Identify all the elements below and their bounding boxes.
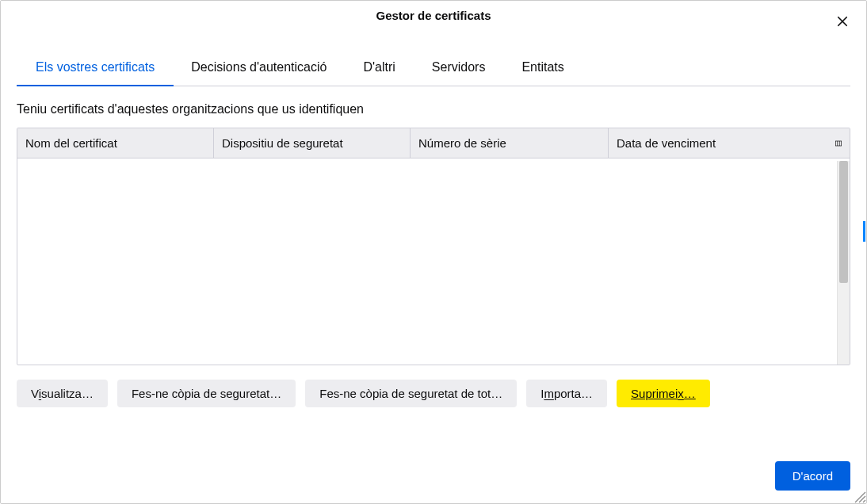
tab-authentication-decisions[interactable]: Decisions d'autenticació <box>191 52 327 86</box>
column-picker-button[interactable] <box>827 128 850 158</box>
tab-your-certificates[interactable]: Els vostres certificats <box>36 52 155 86</box>
certificates-table: Nom del certificat Dispositiu de seguret… <box>17 128 850 365</box>
close-icon <box>835 14 850 29</box>
vertical-scrollbar[interactable] <box>837 161 850 365</box>
svg-line-5 <box>863 500 865 502</box>
tab-servers[interactable]: Servidors <box>432 52 486 86</box>
table-header-row: Nom del certificat Dispositiu de seguret… <box>17 128 850 158</box>
tabs-bar: Els vostres certificats Decisions d'aute… <box>17 52 850 86</box>
scrollbar-thumb[interactable] <box>839 161 848 283</box>
dialog-title: Gestor de certificats <box>376 9 491 22</box>
column-header-serial[interactable]: Número de sèrie <box>411 128 609 158</box>
column-header-expiry[interactable]: Data de venciment <box>609 128 827 158</box>
resize-grip-icon <box>852 489 866 503</box>
backup-button[interactable]: Fes-ne còpia de seguretat… <box>117 380 296 407</box>
tab-people[interactable]: D'altri <box>363 52 395 86</box>
resize-handle[interactable] <box>852 489 866 503</box>
table-body <box>17 158 850 365</box>
dialog-footer: D'acord <box>1 452 866 503</box>
delete-button[interactable]: Suprimeix… <box>617 380 710 407</box>
dialog-content: Els vostres certificats Decisions d'aute… <box>1 29 866 452</box>
dialog-header: Gestor de certificats <box>1 1 866 29</box>
certificate-manager-dialog: Gestor de certificats Els vostres certif… <box>0 0 867 504</box>
action-button-row: Visualitza… Fes-ne còpia de seguretat… F… <box>17 380 850 407</box>
close-button[interactable] <box>831 10 854 32</box>
import-button[interactable]: Importa… <box>526 380 607 407</box>
tab-authorities[interactable]: Entitats <box>521 52 563 86</box>
right-edge-accent <box>863 221 865 242</box>
tab-description: Teniu certificats d'aquestes organitzaci… <box>17 102 850 116</box>
column-header-device[interactable]: Dispositiu de seguretat <box>214 128 411 158</box>
column-header-name[interactable]: Nom del certificat <box>17 128 214 158</box>
ok-button[interactable]: D'acord <box>775 461 850 491</box>
view-button[interactable]: Visualitza… <box>17 380 108 407</box>
backup-all-button[interactable]: Fes-ne còpia de seguretat de tot… <box>305 380 517 407</box>
svg-rect-0 <box>835 141 841 146</box>
column-picker-icon <box>835 139 842 148</box>
